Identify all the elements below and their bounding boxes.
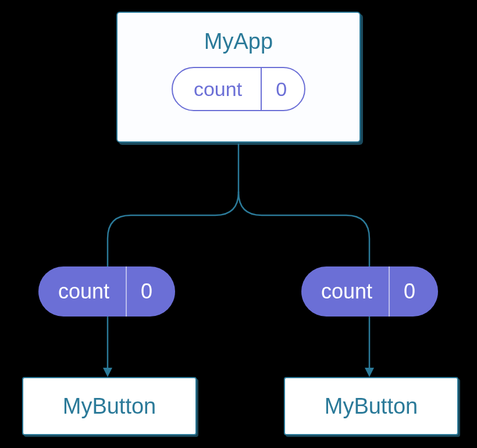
parent-state-pill: count 0	[172, 67, 305, 111]
svg-marker-1	[103, 368, 112, 377]
prop-value: 0	[127, 266, 171, 317]
child-component-title: MyButton	[63, 394, 156, 419]
svg-marker-3	[365, 368, 374, 377]
prop-label: count	[301, 266, 389, 317]
prop-label: count	[38, 266, 126, 317]
parent-component-title: MyApp	[204, 29, 273, 54]
prop-pill-left: count 0	[38, 266, 175, 317]
child-component-box-right: MyButton	[284, 377, 458, 435]
parent-component-box: MyApp count 0	[116, 12, 361, 143]
state-label: count	[173, 68, 261, 110]
child-component-box-left: MyButton	[22, 377, 197, 435]
state-value: 0	[262, 68, 304, 110]
prop-value: 0	[390, 266, 434, 317]
prop-pill-right: count 0	[301, 266, 438, 317]
diagram-canvas: MyApp count 0 count 0 count 0 MyButton M…	[0, 0, 477, 448]
child-component-title: MyButton	[325, 394, 418, 419]
